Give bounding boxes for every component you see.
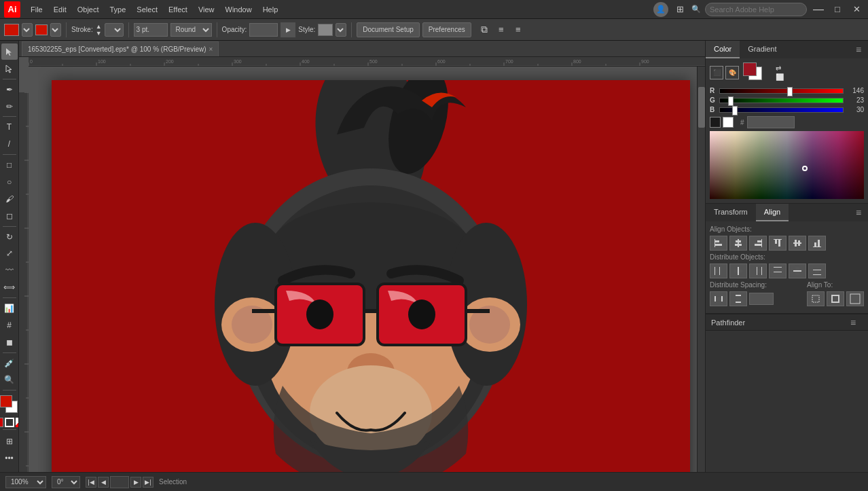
rotate-tool[interactable]: ↻ [1, 229, 18, 245]
arrange-icon[interactable]: ⧉ [477, 22, 492, 37]
warp-tool[interactable]: 〰 [1, 262, 18, 278]
distribute-left-btn[interactable] [710, 263, 727, 278]
white-swatch[interactable] [723, 117, 734, 128]
line-tool[interactable]: / [1, 136, 18, 152]
stroke-swatch[interactable] [35, 24, 48, 35]
canvas-content[interactable] [38, 67, 705, 472]
r-slider[interactable] [719, 88, 844, 94]
arrange-panels-icon[interactable]: ⊞ [672, 2, 687, 17]
artboard-tool[interactable]: ⊞ [1, 433, 18, 450]
rgb-cube-icon[interactable]: ⬛ [710, 66, 723, 79]
align-tab[interactable]: Align [756, 204, 789, 221]
spacing-input[interactable]: 0 pt [749, 293, 774, 305]
menu-help[interactable]: Help [258, 3, 283, 16]
swap-colors-icon[interactable]: ⇄ [776, 65, 784, 72]
weight-input[interactable] [134, 23, 168, 37]
rectangle-tool[interactable]: □ [1, 157, 18, 173]
distribute-spacing-h-btn[interactable] [710, 291, 727, 306]
menu-view[interactable]: View [194, 3, 219, 16]
foreground-color-swatch[interactable] [0, 395, 12, 407]
ellipse-tool[interactable]: ○ [1, 174, 18, 190]
artboard-number-input[interactable]: 1 [110, 476, 129, 488]
more-tools-btn[interactable]: ••• [1, 450, 18, 467]
stroke-end-select[interactable] [105, 23, 124, 37]
menu-type[interactable]: Type [105, 3, 131, 16]
paintbrush-tool[interactable]: 🖌 [1, 191, 18, 207]
align-left-btn[interactable] [710, 236, 727, 251]
r-thumb[interactable] [787, 87, 793, 96]
b-slider[interactable] [719, 107, 844, 113]
style-select[interactable] [336, 23, 346, 37]
align-center-h-btn[interactable] [729, 236, 747, 251]
align-panel-menu-btn[interactable]: ≡ [852, 206, 865, 219]
menu-effect[interactable]: Effect [164, 3, 192, 16]
pen-tool[interactable]: ✒ [1, 81, 18, 98]
black-swatch[interactable] [710, 117, 721, 128]
document-setup-button[interactable]: Document Setup [357, 22, 420, 37]
menu-window[interactable]: Window [221, 3, 257, 16]
stroke-select[interactable] [50, 23, 61, 37]
graph-tool[interactable]: 📊 [1, 300, 18, 316]
align-right-btn[interactable] [749, 236, 767, 251]
fill-swatch[interactable] [4, 24, 19, 36]
prev-artboard-btn[interactable]: ◀ [98, 477, 109, 488]
color-spectrum[interactable] [710, 131, 864, 199]
hex-input[interactable]: 92171e [747, 116, 795, 128]
align-top-btn[interactable] [769, 236, 786, 251]
g-thumb[interactable] [728, 96, 734, 106]
default-colors-icon[interactable]: ⬜ [776, 73, 784, 81]
eraser-tool[interactable]: ◻ [1, 208, 18, 224]
direct-selection-tool[interactable] [1, 60, 18, 77]
menu-edit[interactable]: Edit [49, 3, 71, 16]
pathfinder-menu-btn[interactable]: ≡ [846, 316, 860, 329]
first-artboard-btn[interactable]: |◀ [86, 477, 96, 488]
align-to-selection-btn[interactable] [807, 291, 825, 306]
zoom-tool[interactable]: 🔍 [1, 371, 18, 388]
transform-tab[interactable]: Transform [706, 204, 756, 221]
type-tool[interactable]: T [1, 119, 18, 135]
spectral-icon[interactable]: 🎨 [725, 66, 739, 79]
opacity-expand-btn[interactable]: ▶ [281, 22, 295, 37]
window-minimize-icon[interactable]: — [811, 2, 826, 17]
stroke-icon[interactable] [5, 418, 14, 427]
search-input[interactable] [705, 3, 807, 16]
g-slider[interactable] [719, 98, 844, 103]
align-center-v-btn[interactable] [789, 236, 806, 251]
vertical-scrollbar[interactable] [697, 67, 705, 472]
color-panel-menu-btn[interactable]: ≡ [852, 43, 865, 56]
rotation-select[interactable]: 0° 90° [52, 476, 80, 488]
color-tab[interactable]: Color [706, 41, 740, 58]
fill-select[interactable] [22, 23, 33, 37]
distribute-center-h-btn[interactable] [729, 263, 747, 278]
opacity-input[interactable]: 100% [249, 23, 278, 37]
pencil-tool[interactable]: ✏ [1, 98, 18, 115]
align-bottom-btn[interactable] [808, 236, 826, 251]
distribute-right-btn[interactable] [749, 263, 767, 278]
align-to-key-object-btn[interactable] [827, 291, 844, 306]
document-tab[interactable]: 165302255_eps [Converted].eps* @ 100 % (… [22, 41, 219, 56]
last-artboard-btn[interactable]: ▶| [143, 477, 153, 488]
workspace-icon[interactable]: ≡ [494, 22, 509, 37]
next-artboard-btn[interactable]: ▶ [130, 477, 141, 488]
scale-tool[interactable]: ⤢ [1, 245, 18, 261]
width-tool[interactable]: ⟺ [1, 279, 18, 295]
distribute-spacing-v-btn[interactable] [729, 291, 747, 306]
preferences-button[interactable]: Preferences [422, 22, 471, 37]
zoom-select[interactable]: 100% 50% 200% [5, 476, 46, 488]
gradient-tool[interactable]: ◼ [1, 334, 18, 350]
b-thumb[interactable] [732, 106, 738, 115]
foreground-color-indicator[interactable] [743, 62, 757, 76]
menu-object[interactable]: Object [73, 3, 104, 16]
menu-select[interactable]: Select [132, 3, 162, 16]
selection-tool[interactable] [1, 43, 18, 60]
align-to-artboard-btn[interactable] [846, 291, 864, 306]
style-swatch[interactable] [318, 24, 333, 36]
round-select[interactable]: Round Butt Square [170, 23, 212, 37]
window-maximize-icon[interactable]: □ [830, 2, 845, 17]
distribute-top-btn[interactable] [769, 263, 786, 278]
mesh-tool[interactable]: # [1, 317, 18, 333]
window-close-icon[interactable]: ✕ [849, 2, 864, 17]
distribute-center-v-btn[interactable] [789, 263, 806, 278]
distribute-bottom-btn[interactable] [808, 263, 826, 278]
fill-icon[interactable] [0, 418, 3, 427]
